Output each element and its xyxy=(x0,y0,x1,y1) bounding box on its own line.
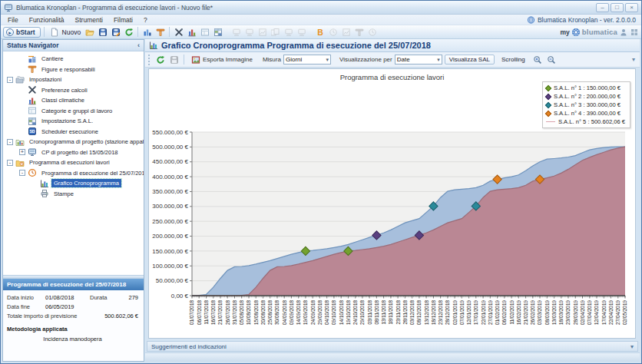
tree-item-categorie-e-gruppi-di-lavoro[interactable]: Categorie e gruppi di lavoro xyxy=(3,106,144,117)
new-button[interactable]: Nuovo xyxy=(48,26,83,38)
legend-diamond-icon xyxy=(545,84,551,91)
sidebar-collapse-icon[interactable]: ‹ xyxy=(137,41,140,49)
minimize-button[interactable]: – xyxy=(596,3,609,12)
legend-label: S.A.L. n° 4 : 390.000,00 € xyxy=(554,110,620,117)
tree-item-label[interactable]: Figure e responsabili xyxy=(39,65,98,74)
svg-text:10/08/2018: 10/08/2018 xyxy=(246,300,251,325)
tree-item-cantiere[interactable]: Cantiere xyxy=(3,54,144,65)
frame-icon[interactable] xyxy=(199,26,210,38)
export-image-icon xyxy=(190,54,201,65)
toolbar-drag-handle[interactable] xyxy=(148,55,151,65)
tree-item-label[interactable]: Programma di esecuzioni lavori xyxy=(27,158,112,167)
tree-item-label[interactable]: Categorie e gruppi di lavoro xyxy=(39,107,114,115)
status-strip xyxy=(145,352,640,362)
barchart-icon xyxy=(27,96,37,105)
tree-item-impostazione-s-a-l-[interactable]: Impostazione S.A.L. xyxy=(3,116,144,127)
tree-item-label[interactable]: Stampe xyxy=(51,190,76,198)
tree-item-scheduler-esecuzione[interactable]: SDScheduler esecuzione xyxy=(3,127,144,137)
tree-item-label[interactable]: Grafico Cronoprogramma xyxy=(51,179,121,187)
svg-text:28/03/2019: 28/03/2019 xyxy=(573,300,578,325)
legend-diamond-icon xyxy=(545,110,551,116)
tree-item-impostazioni[interactable]: -Impostazioni xyxy=(3,74,144,85)
tree-item-label[interactable]: Cantiere xyxy=(39,55,65,63)
menu-item-filmati[interactable]: Filmati xyxy=(108,16,138,24)
collapse-expander-icon[interactable]: - xyxy=(19,170,25,176)
visualizza-sal-button[interactable]: Visualizza SAL xyxy=(445,55,495,65)
svg-text:14/10/2018: 14/10/2018 xyxy=(339,300,344,325)
refresh-icon[interactable] xyxy=(123,26,134,38)
tsquare-icon xyxy=(27,65,37,74)
people-chart-icon[interactable] xyxy=(141,26,153,38)
svg-text:18/12/2018: 18/12/2018 xyxy=(431,300,436,325)
monitor-icon xyxy=(283,26,294,38)
collapse-expander-icon[interactable]: - xyxy=(7,77,13,83)
bstart-button[interactable]: ▸ bStart xyxy=(3,27,41,38)
suggestions-bar[interactable]: Suggerimenti ed indicazioni ▾ xyxy=(147,341,638,352)
tree-item-label[interactable]: Cronoprogramma di progetto (stazione app… xyxy=(27,137,144,146)
collapse-expander-icon[interactable]: - xyxy=(7,160,13,166)
save-edit-icon[interactable] xyxy=(110,26,121,38)
open-folder-icon[interactable] xyxy=(84,26,95,38)
menu-bar: FileFunzionalitàStrumentiFilmati? Blumat… xyxy=(1,15,641,25)
expand-expander-icon[interactable]: + xyxy=(19,149,25,155)
grid-icon[interactable] xyxy=(630,28,639,37)
tree-item-label[interactable]: Preferenze calcoli xyxy=(39,86,90,94)
version-area: Blumatica Kronoplan - ver. 2.0.0.0 xyxy=(527,15,640,24)
user-icon[interactable] xyxy=(619,28,628,37)
toolbar-overflow-icon[interactable]: ▾ xyxy=(632,56,637,63)
table-icon xyxy=(27,117,37,126)
tree-item-label[interactable]: Scheduler esecuzione xyxy=(39,127,101,136)
clock-doc-icon xyxy=(366,26,378,38)
tree-item-programma-di-esecuzione-del-25[interactable]: -Programma di esecuzione del 25/07/2018 xyxy=(3,168,144,179)
svg-text:07/04/2019: 07/04/2019 xyxy=(587,300,592,325)
program-folder-icon xyxy=(15,158,25,167)
tree-item-cronoprogramma-di-progetto-sta[interactable]: -Cronoprogramma di progetto (stazione ap… xyxy=(3,137,144,147)
svg-text:19/10/2018: 19/10/2018 xyxy=(346,300,351,325)
refresh-icon[interactable] xyxy=(154,54,166,65)
maximize-button[interactable]: □ xyxy=(611,3,624,12)
tree-item-label[interactable]: Impostazione S.A.L. xyxy=(39,117,95,125)
close-button[interactable]: × xyxy=(625,3,638,12)
tree-item-classi-climatiche[interactable]: Classi climatiche xyxy=(3,95,144,106)
brand-name: blumatica xyxy=(582,28,617,36)
menu-item-strumenti[interactable]: Strumenti xyxy=(70,16,108,24)
svg-text:08/03/2019: 08/03/2019 xyxy=(544,300,550,325)
svg-text:17/04/2019: 17/04/2019 xyxy=(601,300,607,325)
tree-item-stampe[interactable]: Stampe xyxy=(3,189,144,200)
menu-item-funzionalit[interactable]: Funzionalità xyxy=(24,16,70,24)
tools-icon[interactable] xyxy=(173,26,184,38)
tree-item-label[interactable]: Programma di esecuzione del 25/07/2018 xyxy=(39,169,144,177)
misura-select[interactable]: Giorni ▾ xyxy=(283,55,331,65)
tree-item-preferenze-calcoli[interactable]: Preferenze calcoli xyxy=(3,85,144,96)
zoom-out-icon[interactable] xyxy=(546,54,558,65)
menu-item-?[interactable]: ? xyxy=(138,16,153,24)
menu-item-file[interactable]: File xyxy=(2,16,24,24)
main-toolbar: ▸ bStart Nuovo B my blumatica xyxy=(1,25,641,39)
data-inizio-label: Data inizio xyxy=(7,294,45,301)
svg-text:17/01/2019: 17/01/2019 xyxy=(473,300,478,325)
zoom-in-icon[interactable] xyxy=(532,54,544,65)
visualizzazione-select[interactable]: Date ▾ xyxy=(395,55,442,65)
tree-item-label[interactable]: Classi climatiche xyxy=(39,96,87,104)
svg-text:150.000,00 €: 150.000,00 € xyxy=(152,248,188,255)
tree-item-label[interactable]: Impostazioni xyxy=(27,75,64,84)
tree-item-label[interactable]: CP di progetto del 15/05/2018 xyxy=(39,148,121,157)
tsquare-icon[interactable] xyxy=(154,26,166,38)
svg-text:04/09/2018: 04/09/2018 xyxy=(282,300,287,325)
barchart-icon[interactable] xyxy=(186,26,197,38)
tree-item-cp-di-progetto-del-15-05-2018[interactable]: +CP di progetto del 15/05/2018 xyxy=(3,147,144,158)
scrolling-button[interactable]: Scrolling xyxy=(497,55,530,65)
svg-text:200.000,00 €: 200.000,00 € xyxy=(152,233,188,240)
tree-item-programma-di-esecuzioni-lavori[interactable]: -Programma di esecuzioni lavori xyxy=(3,157,144,168)
b-computo-icon[interactable]: B xyxy=(314,26,326,38)
tree-item-figure-e-responsabili[interactable]: Figure e responsabili xyxy=(3,65,144,75)
table-icon[interactable] xyxy=(212,26,223,38)
collapse-expander-icon[interactable]: - xyxy=(7,139,13,145)
clock-doc-icon xyxy=(327,26,339,38)
svg-text:16/02/2019: 16/02/2019 xyxy=(516,300,521,325)
save-icon[interactable] xyxy=(97,26,108,38)
svg-text:16/07/2018: 16/07/2018 xyxy=(210,300,216,325)
svg-text:300.000,00 €: 300.000,00 € xyxy=(152,203,188,210)
export-image-button[interactable]: Esporta Immagine xyxy=(188,54,254,65)
tree-item-grafico-cronoprogramma[interactable]: Grafico Cronoprogramma xyxy=(3,178,144,189)
